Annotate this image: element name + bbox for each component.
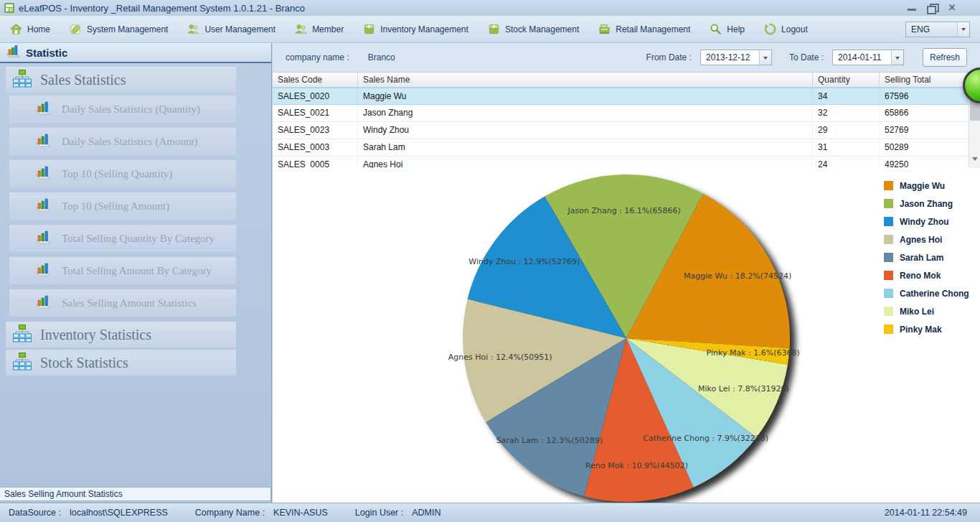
menu-item-inventory-management[interactable]: Inventory Management [363,23,468,35]
column-header-sales-code[interactable]: Sales Code [273,73,358,87]
sidebar-entry-label: Sales Statistics [40,72,126,88]
legend-item-sarah-lam: Sarah Lam [884,248,969,266]
status-bar: DataSource :localhost\SQLEXPRESSCompany … [0,503,980,522]
menu-item-label: Inventory Management [380,24,468,34]
legend-item-jason-zhang: Jason Zhang [884,195,969,213]
leaf-pad-icon [70,23,82,35]
status-item-label: DataSource : [9,508,61,518]
sidebar-title: Statistic [26,47,67,59]
sidebar-item-total-selling-quantity-by-category[interactable]: Total Selling Quantity By Category [9,225,236,252]
sidebar: Statistic Sales StatisticsDaily Sales St… [0,43,272,503]
menu-item-label: Home [27,24,50,34]
refresh-button[interactable]: Refresh [923,48,967,67]
sidebar-item-daily-sales-statistics-quantity-[interactable]: Daily Sales Statistics (Quantity) [9,95,236,123]
chevron-down-icon[interactable] [891,50,903,65]
table-cell: SALES_0021 [273,105,358,121]
orgchart-icon [13,69,32,90]
chevron-down-icon[interactable] [759,50,771,65]
sidebar-list: Sales StatisticsDaily Sales Statistics (… [0,63,271,376]
legend-item-windy-zhou: Windy Zhou [884,213,969,230]
menu-item-user-management[interactable]: User Management [187,23,275,35]
sidebar-header-inventory-statistics[interactable]: Inventory Statistics [6,322,236,348]
sidebar-entry-label: Top 10 (Selling Amount) [62,200,169,213]
status-item-value: localhost\SQLEXPRESS [70,508,168,518]
table-row[interactable]: SALES_0021Jason Zhang3265866 [273,105,969,122]
main-panel: company name : Branco From Date : 2013-1… [273,43,980,503]
sidebar-footer: Sales Selling Amount Statistics [0,487,271,501]
table-cell: 50289 [880,139,969,156]
barchart-icon [35,262,51,279]
table-row[interactable]: SALES_0023Windy Zhou2952769 [273,122,969,139]
menu-item-home[interactable]: Home [10,23,50,35]
menu-item-retail-management[interactable]: Retail Management [598,23,690,35]
sidebar-header-stock-statistics[interactable]: Stock Statistics [6,350,236,376]
table-cell: SALES_0005 [273,157,358,168]
restore-button[interactable] [927,4,937,12]
barchart-icon [35,101,51,118]
menu-item-label: Retail Management [616,24,690,34]
table-cell: 52769 [880,122,969,139]
menu-item-member[interactable]: Member [295,23,344,35]
pie-label-windy-zhou: Windy Zhou : 12.9%(52769) [468,257,580,266]
barchart-icon [35,197,51,215]
barchart-icon [35,230,51,247]
menu-item-label: Logout [781,24,808,34]
app-icon [4,3,14,13]
column-header-quantity[interactable]: Quantity [813,73,880,87]
pie-chart-area: Maggie Wu : 18.2%(74524)Jason Zhang : 16… [273,168,980,503]
menu-item-label: System Management [87,24,168,34]
table-row[interactable]: SALES_0005Agnes Hoi2449250 [273,157,969,168]
window-title: eLeafPOS - Inventory _Retail Management … [19,3,907,14]
pie-label-sarah-lam: Sarah Lam : 12.3%(50289) [496,435,603,444]
from-date-picker[interactable]: 2013-12-12 [700,50,772,65]
table-row[interactable]: SALES_0020Maggie Wu3467596 [273,88,969,105]
company-name-label: company name : [286,52,349,62]
sidebar-item-sales-selling-amount-statistics[interactable]: Sales Selling Amount Statistics [9,289,236,317]
menu-item-help[interactable]: Help [710,23,745,35]
sidebar-item-daily-sales-statistics-amount-[interactable]: Daily Sales Statistics (Amount) [9,128,236,155]
box-icon [363,23,375,35]
legend-label: Miko Lei [900,307,934,317]
table-row[interactable]: SALES_0003Sarah Lam3150289 [273,139,969,157]
pie-label-miko-lei: Miko Lei : 7.8%(31926) [698,384,789,393]
users-icon [187,23,199,35]
chevron-down-icon[interactable] [957,22,969,37]
orgchart-icon [13,352,32,373]
menu-item-logout[interactable]: Logout [764,23,808,35]
table-cell: 29 [813,122,880,139]
menu-item-stock-management[interactable]: Stock Management [488,23,579,35]
sidebar-item-top-10-selling-quantity-[interactable]: Top 10 (Selling Quantity) [9,160,236,187]
legend-item-maggie-wu: Maggie Wu [884,177,969,195]
minimize-button[interactable] [907,4,917,12]
scroll-down-icon[interactable] [972,157,978,164]
barchart-icon [35,165,51,182]
sidebar-item-top-10-selling-amount-[interactable]: Top 10 (Selling Amount) [9,192,236,220]
legend-item-catherine-chong: Catherine Chong [884,284,969,302]
sidebar-item-total-selling-amount-by-category[interactable]: Total Selling Amount By Category [9,257,236,284]
sidebar-entry-label: Sales Selling Amount Statistics [62,297,197,309]
legend-label: Windy Zhou [900,217,949,227]
company-name-value: Branco [368,52,395,62]
table-cell: 34 [813,88,880,104]
status-item-value: KEVIN-ASUS [273,508,328,518]
status-item: Company Name :KEVIN-ASUS [195,508,328,518]
sidebar-header-sales-statistics[interactable]: Sales Statistics [6,67,236,93]
menu-item-system-management[interactable]: System Management [70,23,168,35]
legend-label: Maggie Wu [900,181,945,191]
column-header-sales-name[interactable]: Sales Name [358,73,813,87]
sidebar-entry-label: Total Selling Amount By Category [62,265,212,277]
table-cell: 31 [813,139,880,156]
from-date-value: 2013-12-12 [701,50,759,65]
table-cell: Sarah Lam [358,139,813,156]
language-select[interactable]: ENG [905,22,970,37]
column-header-selling-total[interactable]: Selling Total [880,73,969,87]
table-cell: SALES_0023 [273,122,358,139]
box-icon [488,23,500,35]
table-cell: Jason Zhang [358,105,813,121]
application-window: { "window": { "title": "eLeafPOS - Inven… [0,0,980,522]
status-item-value: ADMIN [412,508,440,518]
close-button[interactable]: ✕ [947,4,957,12]
status-time: 2014-01-11 22:54:49 [885,508,967,518]
to-date-picker[interactable]: 2014-01-11 [832,50,904,65]
language-value: ENG [906,22,957,37]
